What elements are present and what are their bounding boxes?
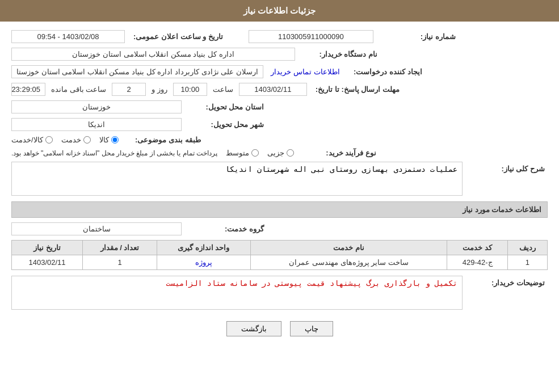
col-code: کد خدمت [447, 241, 507, 255]
col-count: تعداد / مقدار [83, 241, 157, 255]
services-table: ردیف کد خدمت نام خدمت واحد اندازه گیری ت… [11, 240, 548, 270]
category-kala-option[interactable]: کالا [99, 136, 119, 144]
buyer-notes-label: توضیحات خریدار: [471, 279, 545, 287]
buyer-name-row: نام دستگاه خریدار: اداره کل بنیاد مسکن ا… [11, 48, 548, 61]
deadline-label: مهلت ارسال پاسخ: تا تاریخ: [316, 85, 400, 94]
need-description-textarea[interactable] [11, 162, 463, 196]
col-name: نام خدمت [250, 241, 447, 255]
buyer-name-label: نام دستگاه خریدار: [304, 50, 377, 58]
print-button[interactable]: چاپ [290, 321, 333, 336]
category-khedmat-label: خدمت [61, 136, 81, 144]
purchase-type-options: جزیی متوسط پرداخت تمام یا بخشی از مبلغ خ… [11, 149, 294, 157]
service-group-label: گروه خدمت: [190, 225, 264, 233]
purchase-motavasset-radio[interactable] [251, 149, 259, 157]
need-description-row: شرح کلی نیاز: [11, 162, 548, 196]
purchase-type-label: نوع فرآیند خرید: [302, 149, 376, 157]
buyer-notes-textarea[interactable] [11, 276, 463, 310]
category-khedmat-radio[interactable] [83, 136, 91, 144]
category-both-label: کالا/خدمت [11, 136, 43, 144]
category-options: کالا خدمت کالا/خدمت [11, 136, 119, 144]
table-row: 1 ج-42-429 ساخت سایر پروژه‌های مهندسی عم… [12, 255, 548, 270]
col-date: تاریخ نیاز [12, 241, 83, 255]
purchase-jozi-label: جزیی [267, 149, 284, 157]
page-wrapper: جزئیات اطلاعات نیاز شماره نیاز: 11030059… [0, 0, 559, 392]
cell-date: 1403/02/11 [12, 255, 83, 270]
remaining-value: 23:29:05 [11, 83, 45, 96]
buyer-notes-row: توضیحات خریدار: [11, 276, 548, 310]
buyer-name-value: اداره کل بنیاد مسکن انقلاب اسلامی استان … [11, 48, 295, 61]
purchase-motavasset-label: متوسط [226, 149, 249, 157]
announce-label: تاریخ و ساعت اعلان عمومی: [133, 32, 223, 41]
creator-value: ارسلان علی نژادی کاربرداد اداره کل بنیاد… [11, 65, 263, 78]
service-group-row: گروه خدمت: ساختمان [11, 222, 548, 235]
header-title: جزئیات اطلاعات نیاز [243, 6, 316, 15]
need-number-label: شماره نیاز: [382, 32, 456, 41]
purchase-motavasset-option[interactable]: متوسط [226, 149, 259, 157]
category-khedmat-option[interactable]: خدمت [61, 136, 91, 144]
cell-name: ساخت سایر پروژه‌های مهندسی عمران [250, 255, 447, 270]
province-row: استان محل تحویل: خوزستان [11, 100, 548, 113]
cell-unit: پروژه [157, 255, 250, 270]
purchase-note: پرداخت تمام یا بخشی از مبلغ خریدار محل "… [11, 149, 217, 157]
category-both-option[interactable]: کالا/خدمت [11, 136, 53, 144]
col-row: ردیف [507, 241, 547, 255]
announce-value: 1403/02/08 - 09:54 [11, 30, 125, 43]
category-both-radio[interactable] [45, 136, 53, 144]
creator-label: ایجاد کننده درخواست: [348, 68, 422, 76]
remaining-label: ساعت باقی مانده [51, 85, 106, 94]
deadline-date: 1403/02/11 [239, 83, 307, 96]
need-number-row: شماره نیاز: 1103005911000090 تاریخ و ساع… [11, 30, 548, 43]
cell-row: 1 [507, 255, 547, 270]
day-value: 2 [112, 83, 146, 96]
creator-link[interactable]: اطلاعات تماس خریدار [271, 68, 339, 76]
category-row: طبقه بندی موضوعی: کالا خدمت کالا/خدمت [11, 136, 548, 144]
creator-row: ایجاد کننده درخواست: اطلاعات تماس خریدار… [11, 65, 548, 78]
category-kala-label: کالا [99, 136, 109, 144]
city-value: اندیکا [11, 118, 182, 131]
col-unit: واحد اندازه گیری [157, 241, 250, 255]
purchase-type-row: نوع فرآیند خرید: جزیی متوسط پرداخت تمام … [11, 149, 548, 157]
need-description-label: شرح کلی نیاز: [471, 165, 545, 173]
back-button[interactable]: بازگشت [226, 321, 281, 336]
need-number-value: 1103005911000090 [249, 30, 373, 43]
services-header: اطلاعات خدمات مورد نیاز [11, 201, 548, 218]
city-label: شهر محل تحویل: [190, 120, 264, 129]
content-area: شماره نیاز: 1103005911000090 تاریخ و ساع… [0, 22, 559, 356]
time-label: ساعت [213, 85, 233, 94]
purchase-jozi-option[interactable]: جزیی [267, 149, 294, 157]
province-label: استان محل تحویل: [190, 103, 264, 111]
cell-count: 1 [83, 255, 157, 270]
purchase-jozi-radio[interactable] [287, 149, 294, 157]
category-kala-radio[interactable] [111, 136, 119, 144]
province-value: خوزستان [11, 100, 182, 113]
time-value: 10:00 [173, 83, 207, 96]
page-header: جزئیات اطلاعات نیاز [0, 0, 559, 22]
day-label: روز و [152, 85, 167, 94]
service-group-value: ساختمان [11, 222, 182, 235]
city-row: شهر محل تحویل: اندیکا [11, 118, 548, 131]
deadline-row: مهلت ارسال پاسخ: تا تاریخ: 1403/02/11 سا… [11, 83, 548, 96]
buttons-row: چاپ بازگشت [11, 321, 548, 348]
category-label: طبقه بندی موضوعی: [127, 136, 201, 144]
cell-code: ج-42-429 [447, 255, 507, 270]
